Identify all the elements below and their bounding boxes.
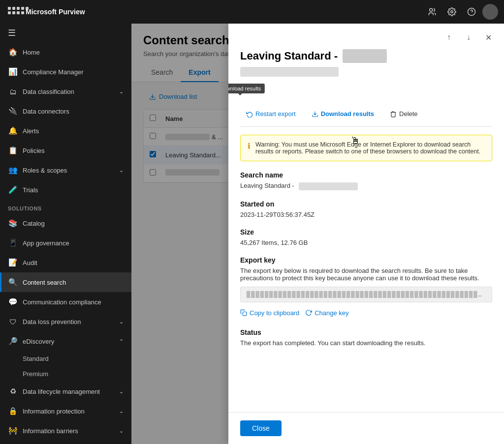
sidebar-item-alerts[interactable]: 🔔 Alerts (0, 121, 131, 141)
audit-icon: 📝 (8, 258, 18, 267)
copy-label: Copy to clipboard (250, 309, 299, 317)
change-key-label: Change key (315, 309, 348, 317)
panel-nav: ↑ ↓ ✕ (228, 24, 504, 45)
topbar: Microsoft Purview (0, 0, 504, 24)
sidebar-item-app-governance[interactable]: 📱 App governance (0, 233, 131, 253)
solutions-section-label: Solutions (0, 200, 131, 213)
svg-point-0 (430, 8, 433, 11)
delete-button[interactable]: Delete (384, 107, 424, 120)
download-results-button[interactable]: Download results (306, 107, 380, 120)
avatar[interactable] (482, 4, 498, 20)
sidebar-item-policies[interactable]: 📋 Policies (0, 141, 131, 160)
export-key-label: Export key (240, 256, 492, 264)
detail-panel: ↑ ↓ ✕ Leaving Standard - Download result… (228, 24, 504, 444)
sidebar-item-data-loss-prevention[interactable]: 🛡 Data loss prevention ⌄ (0, 312, 131, 331)
status-value: The export has completed. You can start … (240, 339, 492, 347)
search-name-section: Search name Leaving Standard - (240, 171, 492, 190)
restart-export-button[interactable]: Restart export (240, 107, 302, 120)
catalog-icon: 📚 (8, 218, 18, 228)
sidebar-label-home: Home (23, 49, 124, 56)
sidebar-label-alerts: Alerts (23, 127, 124, 135)
sidebar-label-lifecycle: Data lifecycle management (23, 388, 114, 395)
started-on-label: Started on (240, 200, 492, 208)
panel-footer: Close (228, 412, 504, 444)
sidebar-label-ediscovery: eDiscovery (23, 338, 114, 345)
sidebar-label-app-governance: App governance (23, 239, 124, 247)
search-name-label: Search name (240, 171, 492, 179)
sidebar-sub-item-premium[interactable]: Premium (0, 366, 131, 382)
chevron-down-icon-4: ⌄ (119, 388, 124, 395)
svg-rect-6 (243, 312, 247, 316)
chevron-down-icon-2: ⌄ (119, 167, 124, 174)
trials-icon: 🧪 (8, 185, 18, 195)
sidebar-label-audit: Audit (23, 259, 124, 266)
size-section: Size 45,267 Items, 12.76 GB (240, 228, 492, 246)
panel-title-blur (343, 49, 387, 63)
ediscovery-icon: 🔎 (8, 336, 18, 346)
help-icon[interactable] (463, 3, 480, 21)
started-on-section: Started on 2023-11-29T03:56:37.45Z (240, 200, 492, 218)
sidebar-label-trials: Trials (23, 186, 124, 194)
key-actions: Copy to clipboard Change key (240, 307, 492, 319)
panel-title-text: Leaving Standard - (240, 50, 338, 62)
download-results-label: Download results (321, 110, 374, 118)
size-value: 45,267 Items, 12.76 GB (240, 239, 492, 246)
panel-body: Leaving Standard - Download results Rest… (228, 45, 504, 412)
sidebar-label-dlp: Data loss prevention (23, 318, 114, 326)
info-protection-icon: 🔒 (8, 406, 18, 416)
topbar-actions (423, 3, 498, 21)
search-name-blur (299, 182, 358, 190)
sidebar-toggle[interactable]: ☰ (0, 24, 131, 42)
sidebar-item-communication-compliance[interactable]: 💬 Communication compliance (0, 292, 131, 312)
tooltip-box: Download results (228, 84, 265, 93)
chevron-down-icon-5: ⌄ (119, 408, 124, 414)
standard-label: Standard (23, 355, 49, 362)
sidebar-item-compliance-manager[interactable]: 📊 Compliance Manager (0, 62, 131, 82)
sidebar-item-catalog[interactable]: 📚 Catalog (0, 213, 131, 233)
search-name-value: Leaving Standard - (240, 182, 492, 190)
people-icon[interactable] (423, 3, 441, 21)
sidebar-item-home[interactable]: 🏠 Home (0, 42, 131, 62)
svg-point-1 (451, 11, 453, 13)
classification-icon: 🗂 (8, 87, 18, 96)
sidebar-item-data-connectors[interactable]: 🔌 Data connectors (0, 101, 131, 121)
app-governance-icon: 📱 (8, 238, 18, 248)
sidebar-sub-item-standard[interactable]: Standard (0, 351, 131, 366)
warning-icon: ℹ (248, 142, 251, 155)
sidebar-item-ediscovery[interactable]: 🔎 eDiscovery ⌃ (0, 331, 131, 351)
key-value: ████████████████████████████████████████… (247, 291, 492, 298)
delete-label: Delete (399, 110, 418, 118)
sidebar-label-comm-compliance: Communication compliance (23, 298, 124, 306)
panel-next-button[interactable]: ↓ (461, 30, 476, 45)
sidebar-item-roles-scopes[interactable]: 👥 Roles & scopes ⌄ (0, 160, 131, 180)
close-button[interactable]: Close (240, 420, 282, 436)
sidebar-item-information-barriers[interactable]: 🚧 Information barriers ⌄ (0, 421, 131, 441)
sidebar-item-content-search[interactable]: 🔍 Content search (0, 272, 131, 292)
sidebar-item-data-classification[interactable]: 🗂 Data classification ⌄ (0, 82, 131, 101)
sidebar-item-trials[interactable]: 🧪 Trials (0, 180, 131, 200)
size-label: Size (240, 228, 492, 236)
export-key-field: ████████████████████████████████████████… (240, 287, 492, 302)
copy-to-clipboard-button[interactable]: Copy to clipboard (240, 307, 299, 319)
sidebar-label-roles: Roles & scopes (23, 167, 114, 174)
sidebar-item-data-lifecycle[interactable]: ♻ Data lifecycle management ⌄ (0, 382, 131, 401)
change-key-button[interactable]: Change key (305, 307, 348, 319)
started-on-value: 2023-11-29T03:56:37.45Z (240, 211, 492, 218)
panel-prev-button[interactable]: ↑ (441, 30, 457, 45)
connectors-icon: 🔌 (8, 106, 18, 116)
sidebar-label-info-barriers: Information barriers (23, 427, 114, 435)
sidebar-item-information-protection[interactable]: 🔒 Information protection ⌄ (0, 401, 131, 421)
sidebar-label-classification: Data classification (23, 88, 114, 95)
panel-close-button[interactable]: ✕ (480, 30, 496, 45)
main-layout: ☰ 🏠 Home 📊 Compliance Manager 🗂 Data cla… (0, 24, 504, 444)
sidebar-item-audit[interactable]: 📝 Audit (0, 253, 131, 272)
action-row: Restart export Download results Delete (240, 101, 492, 127)
warning-box: ℹ Warning: You must use Microsoft Edge o… (240, 135, 492, 161)
chevron-down-icon: ⌄ (119, 89, 124, 95)
alerts-icon: 🔔 (8, 126, 18, 136)
waffle-menu[interactable] (6, 5, 20, 19)
sidebar-label-policies: Policies (23, 147, 124, 154)
content-area: Content search Search your organization'… (131, 24, 504, 444)
settings-icon[interactable] (443, 3, 461, 21)
delete-icon (390, 111, 397, 118)
